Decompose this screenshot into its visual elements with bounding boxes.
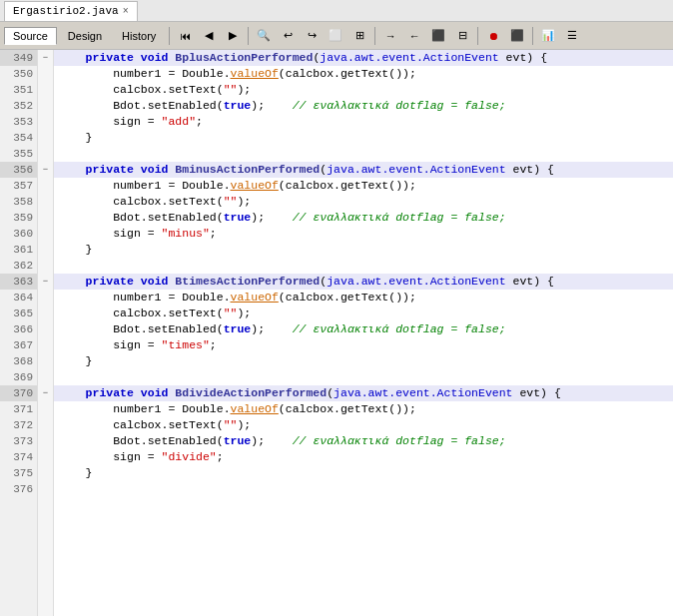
line-number: 358 (0, 194, 37, 210)
gutter-cell (38, 226, 53, 242)
gutter-cell (38, 369, 53, 385)
line-number: 361 (0, 242, 37, 258)
separator-2 (248, 27, 249, 45)
gutter-cell (38, 401, 53, 417)
code-line: private void BtimesActionPerformed(java.… (54, 274, 673, 290)
code-line: number1 = Double.valueOf(calcbox.getText… (54, 401, 673, 417)
gutter-cell (38, 146, 53, 162)
code-line: Bdot.setEnabled(true); // εναλλακτικά do… (54, 98, 673, 114)
code-line: Bdot.setEnabled(true); // εναλλακτικά do… (54, 210, 673, 226)
line-number: 371 (0, 401, 37, 417)
gutter-cell (38, 290, 53, 306)
gutter-cell (38, 337, 53, 353)
gutter-cell (38, 353, 53, 369)
line-numbers: 3493503513523533543553563573583593603613… (0, 50, 38, 616)
code-line: Bdot.setEnabled(true); // εναλλακτικά do… (54, 321, 673, 337)
gutter-cell (38, 242, 53, 258)
gutter-cell (38, 130, 53, 146)
line-number: 350 (0, 66, 37, 82)
line-number: 370 (0, 385, 37, 401)
history-tab[interactable]: History (113, 27, 165, 45)
line-number: 357 (0, 178, 37, 194)
toolbar-btn-undo[interactable]: ↩ (277, 25, 299, 47)
close-tab-button[interactable]: × (123, 6, 129, 17)
source-tab[interactable]: Source (4, 27, 57, 45)
toolbar-btn-2[interactable]: ◀ (198, 25, 220, 47)
toolbar-btn-redo[interactable]: ↪ (301, 25, 323, 47)
gutter-cell (38, 465, 53, 481)
gutter-cell[interactable]: − (38, 385, 53, 401)
code-line: sign = "times"; (54, 337, 673, 353)
file-tab[interactable]: Ergastirio2.java × (4, 1, 138, 21)
gutter-cell (38, 321, 53, 337)
toolbar-btn-chart[interactable]: 📊 (537, 25, 559, 47)
line-number: 356 (0, 162, 37, 178)
code-line (54, 258, 673, 274)
line-number: 375 (0, 465, 37, 481)
gutter-cell[interactable]: − (38, 50, 53, 66)
code-line: } (54, 130, 673, 146)
gutter-cell[interactable]: − (38, 162, 53, 178)
toolbar-btn-menu[interactable]: ☰ (561, 25, 583, 47)
code-line: private void BplusActionPerformed(java.a… (54, 50, 673, 66)
separator-4 (477, 27, 478, 45)
line-number: 352 (0, 98, 37, 114)
separator-3 (374, 27, 375, 45)
toolbar-btn-stop[interactable]: ⬛ (506, 25, 528, 47)
file-tab-label: Ergastirio2.java (13, 5, 119, 17)
line-number: 351 (0, 82, 37, 98)
gutter-cell (38, 114, 53, 130)
code-content[interactable]: private void BplusActionPerformed(java.a… (54, 50, 673, 616)
toolbar: Source Design History ⏮ ◀ ▶ 🔍 ↩ ↪ ⬜ ⊞ → … (0, 22, 673, 50)
toolbar-btn-5[interactable]: ⬜ (325, 25, 346, 47)
line-number: 363 (0, 274, 37, 290)
code-gutter: −−−− (38, 50, 54, 616)
gutter-cell (38, 210, 53, 226)
code-editor: 3493503513523533543553563573583593603613… (0, 50, 673, 616)
code-line: number1 = Double.valueOf(calcbox.getText… (54, 66, 673, 82)
code-line (54, 369, 673, 385)
gutter-cell (38, 449, 53, 465)
gutter-cell (38, 82, 53, 98)
code-line: number1 = Double.valueOf(calcbox.getText… (54, 178, 673, 194)
line-number: 359 (0, 210, 37, 226)
toolbar-btn-7[interactable]: → (379, 25, 401, 47)
code-line: private void BdivideActionPerformed(java… (54, 385, 673, 401)
design-tab[interactable]: Design (59, 27, 111, 45)
line-number: 368 (0, 353, 37, 369)
code-line: calcbox.setText(""); (54, 194, 673, 210)
toolbar-btn-6[interactable]: ⊞ (348, 25, 370, 47)
code-line: calcbox.setText(""); (54, 82, 673, 98)
separator-1 (169, 27, 170, 45)
code-line: private void BminusActionPerformed(java.… (54, 162, 673, 178)
line-number: 373 (0, 433, 37, 449)
gutter-cell (38, 433, 53, 449)
gutter-cell (38, 258, 53, 274)
toolbar-btn-run[interactable]: ⏺ (482, 25, 504, 47)
gutter-cell (38, 306, 53, 321)
code-line: sign = "divide"; (54, 449, 673, 465)
line-number: 360 (0, 226, 37, 242)
toolbar-btn-8[interactable]: ← (403, 25, 425, 47)
gutter-cell (38, 417, 53, 433)
toolbar-btn-1[interactable]: ⏮ (174, 25, 196, 47)
gutter-cell (38, 66, 53, 82)
line-number: 354 (0, 130, 37, 146)
code-line: calcbox.setText(""); (54, 306, 673, 321)
code-line: } (54, 353, 673, 369)
line-number: 367 (0, 337, 37, 353)
line-number: 362 (0, 258, 37, 274)
gutter-cell (38, 98, 53, 114)
toolbar-btn-find[interactable]: 🔍 (253, 25, 275, 47)
line-number: 376 (0, 481, 37, 497)
code-line: number1 = Double.valueOf(calcbox.getText… (54, 290, 673, 306)
code-line: Bdot.setEnabled(true); // εναλλακτικά do… (54, 433, 673, 449)
line-number: 369 (0, 369, 37, 385)
gutter-cell[interactable]: − (38, 274, 53, 290)
line-number: 374 (0, 449, 37, 465)
toolbar-btn-9[interactable]: ⬛ (427, 25, 449, 47)
code-line: sign = "add"; (54, 114, 673, 130)
toolbar-btn-3[interactable]: ▶ (222, 25, 244, 47)
toolbar-btn-10[interactable]: ⊟ (451, 25, 473, 47)
gutter-cell (38, 178, 53, 194)
